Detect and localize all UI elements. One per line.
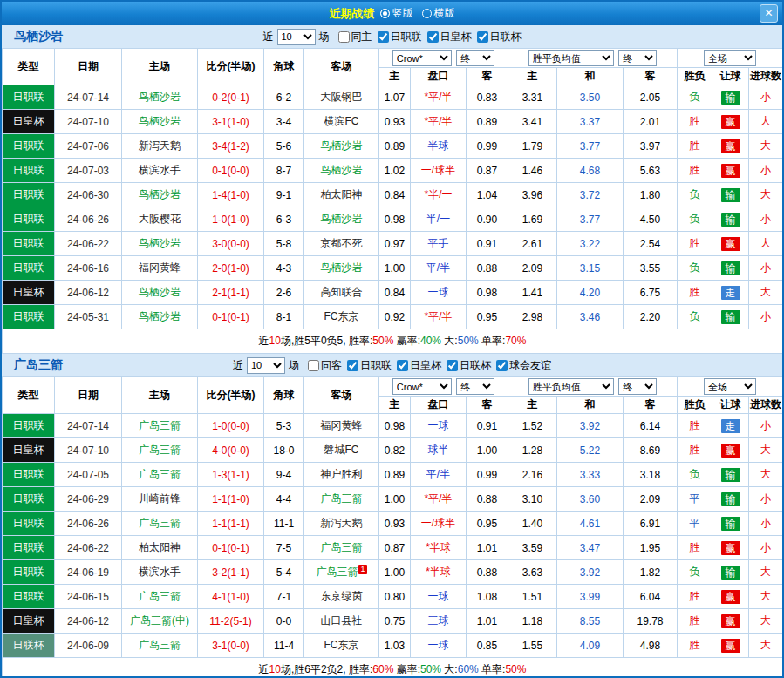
avg-period-select[interactable]: 终 bbox=[618, 50, 657, 66]
goals-result: 大 bbox=[749, 609, 783, 634]
filter-日皇杯[interactable]: 日皇杯 bbox=[427, 30, 472, 44]
filter-checkbox[interactable] bbox=[397, 360, 408, 371]
result: 负 bbox=[678, 560, 712, 585]
corner-score: 7-1 bbox=[264, 585, 304, 609]
handicap-line: *半球 bbox=[411, 536, 467, 560]
match-row: 日职联24-05-31鸟栖沙岩0-1(0-1)8-1FC东京0.92*平/半0.… bbox=[3, 305, 783, 329]
filter-checkbox[interactable] bbox=[378, 31, 389, 43]
avg-away-odds: 3.55 bbox=[624, 256, 678, 281]
avg-home-odds: 1.40 bbox=[508, 512, 557, 536]
filter-球会友谊[interactable]: 球会友谊 bbox=[496, 358, 551, 373]
avg-away-odds: 4.50 bbox=[624, 207, 678, 232]
avg-period-select[interactable]: 终 bbox=[618, 378, 657, 395]
competition-type: 日职联 bbox=[3, 414, 55, 438]
match-count-select[interactable]: 10 bbox=[247, 357, 285, 374]
handicap-home-odds: 1.03 bbox=[379, 634, 411, 658]
close-button[interactable]: ✕ bbox=[760, 4, 778, 23]
goals-result: 大 bbox=[749, 110, 783, 134]
filter-日联杯[interactable]: 日联杯 bbox=[447, 358, 491, 373]
avg-odds-select[interactable]: 胜平负均值 bbox=[528, 50, 614, 66]
col-corner: 角球 bbox=[264, 377, 304, 414]
corner-score: 11-1 bbox=[264, 512, 304, 536]
score: 1-0(1-0) bbox=[198, 207, 264, 232]
handicap-home-odds: 0.80 bbox=[379, 585, 411, 609]
filter-label: 同主 bbox=[351, 30, 372, 44]
asian-result: 赢 bbox=[712, 585, 749, 609]
asian-result-badge: 输 bbox=[721, 492, 740, 506]
result: 胜 bbox=[678, 609, 712, 634]
score: 0-1(0-1) bbox=[198, 305, 264, 329]
home-team: 鸟栖沙岩 bbox=[122, 281, 198, 305]
filter-日职联[interactable]: 日职联 bbox=[378, 30, 422, 44]
score: 0-2(0-1) bbox=[198, 85, 264, 110]
filter-日皇杯[interactable]: 日皇杯 bbox=[397, 358, 441, 373]
filter-checkbox[interactable] bbox=[308, 360, 319, 371]
match-row: 日联杯24-06-09广岛三箭3-1(0-0)11-4FC东京1.03一球0.8… bbox=[3, 634, 783, 658]
corner-score: 18-0 bbox=[264, 438, 304, 463]
filter-同主[interactable]: 同主 bbox=[338, 30, 372, 44]
summary-part: 近 bbox=[259, 335, 269, 347]
asian-result: 输 bbox=[712, 305, 749, 329]
col-score: 比分(半场) bbox=[198, 49, 264, 85]
away-team: 柏太阳神 bbox=[304, 183, 379, 207]
near-label: 近 bbox=[263, 30, 274, 44]
col-score: 比分(半场) bbox=[198, 377, 264, 414]
filter-checkbox[interactable] bbox=[427, 31, 439, 43]
summary-part: 60% bbox=[458, 663, 479, 675]
match-count-select[interactable]: 10 bbox=[277, 29, 316, 45]
col-away: 客场 bbox=[304, 49, 379, 85]
score: 3-1(1-0) bbox=[198, 110, 264, 134]
filter-checkbox[interactable] bbox=[347, 360, 358, 371]
col-date: 日期 bbox=[55, 49, 122, 85]
score: 1-1(1-0) bbox=[198, 487, 264, 512]
handicap-home-odds: 1.00 bbox=[379, 560, 411, 585]
competition-type: 日皇杯 bbox=[3, 110, 55, 134]
filter-同客[interactable]: 同客 bbox=[308, 358, 342, 373]
radio-unselected-icon bbox=[422, 9, 432, 18]
competition-type: 日职联 bbox=[3, 560, 55, 585]
match-date: 24-06-30 bbox=[55, 183, 122, 207]
filter-checkbox[interactable] bbox=[338, 31, 350, 43]
asian-result-badge: 赢 bbox=[721, 614, 740, 628]
avg-draw-odds: 5.22 bbox=[557, 438, 624, 463]
avg-odds-select[interactable]: 胜平负均值 bbox=[528, 378, 614, 395]
handicap-period-select[interactable]: 终 bbox=[456, 378, 494, 395]
col-type: 类型 bbox=[3, 49, 55, 85]
goals-result: 大 bbox=[749, 232, 783, 256]
score: 4-0(0-0) bbox=[198, 438, 264, 463]
filter-日职联[interactable]: 日职联 bbox=[347, 358, 392, 373]
bookmaker-select[interactable]: Crow* bbox=[392, 378, 452, 395]
scope-select[interactable]: 全场 bbox=[704, 378, 756, 395]
match-row: 日职联24-07-14广岛三箭1-0(0-0)5-3福冈黄蜂0.98一球0.91… bbox=[3, 414, 783, 438]
summary-cell: 近10场,胜5平0负5, 胜率:50% 赢率:40% 大:50% 单率:70% bbox=[3, 329, 783, 354]
layout-vertical-radio[interactable]: 竖版 bbox=[380, 6, 413, 21]
avg-draw-odds: 4.61 bbox=[557, 512, 624, 536]
asian-result-badge: 赢 bbox=[721, 115, 740, 129]
competition-type: 日职联 bbox=[3, 159, 55, 183]
avg-draw-odds: 3.22 bbox=[557, 232, 624, 256]
handicap-home-odds: 0.87 bbox=[379, 536, 411, 560]
filter-checkbox[interactable] bbox=[477, 31, 488, 43]
summary-part: 赢率: bbox=[393, 335, 420, 347]
filter-checkbox[interactable] bbox=[447, 360, 458, 371]
avg-away-odds: 2.54 bbox=[624, 232, 678, 256]
corner-score: 9-1 bbox=[264, 183, 304, 207]
summary-part: 10 bbox=[269, 663, 281, 675]
filter-checkbox[interactable] bbox=[496, 360, 508, 371]
layout-horizontal-radio[interactable]: 横版 bbox=[422, 6, 455, 21]
filter-label: 球会友谊 bbox=[509, 358, 551, 373]
home-team: 广岛三箭(中) bbox=[122, 609, 198, 634]
bookmaker-select[interactable]: Crow* bbox=[392, 50, 452, 66]
filter-label: 日联杯 bbox=[460, 358, 491, 373]
match-date: 24-06-16 bbox=[55, 256, 122, 281]
filter-日联杯[interactable]: 日联杯 bbox=[477, 30, 522, 44]
avg-home-odds: 1.51 bbox=[508, 585, 557, 609]
asian-result-badge: 走 bbox=[721, 419, 740, 433]
result: 负 bbox=[678, 256, 712, 281]
goals-result: 大 bbox=[749, 634, 783, 658]
score: 3-4(1-2) bbox=[198, 134, 264, 159]
col-home: 主场 bbox=[122, 377, 198, 414]
home-team: 广岛三箭 bbox=[122, 585, 198, 609]
scope-select[interactable]: 全场 bbox=[704, 50, 756, 66]
handicap-period-select[interactable]: 终 bbox=[456, 50, 494, 66]
